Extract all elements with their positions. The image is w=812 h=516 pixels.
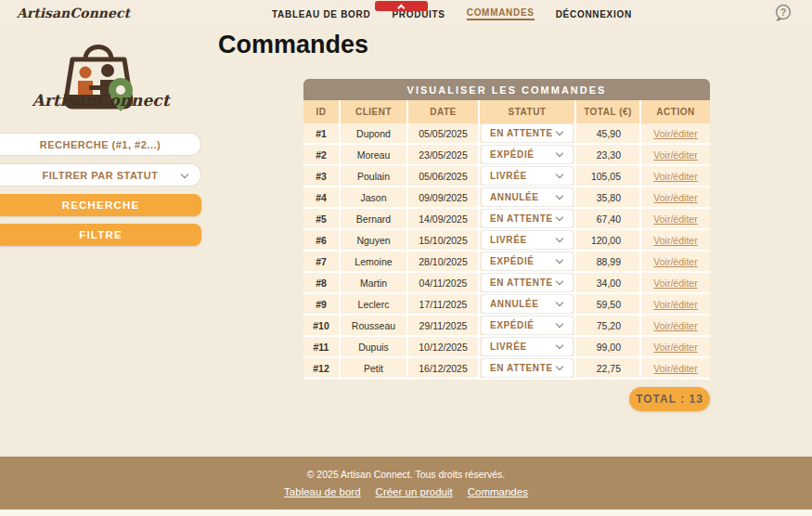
order-status-cell: EN ATTENTE	[478, 209, 574, 228]
order-date: 23/05/2025	[406, 145, 478, 164]
order-date: 14/09/2025	[406, 209, 478, 228]
order-date: 28/10/2025	[406, 252, 478, 271]
scroll-top-badge[interactable]	[375, 1, 428, 11]
order-date: 17/11/2025	[406, 294, 478, 314]
view-edit-link[interactable]: Voir/éditer	[653, 363, 697, 374]
chevron-down-icon	[556, 277, 563, 285]
order-status-cell: LIVRÉE	[478, 166, 574, 186]
order-client: Dupond	[339, 123, 406, 143]
footer-link-commandes[interactable]: Commandes	[468, 486, 528, 497]
status-select[interactable]: EXPÉDIÉ	[481, 316, 574, 335]
order-action-cell: Voir/éditer	[639, 123, 710, 143]
status-select[interactable]: EXPÉDIÉ	[481, 252, 574, 271]
order-status-cell: EN ATTENTE	[478, 358, 574, 378]
order-action-cell: Voir/éditer	[639, 316, 710, 335]
order-action-cell: Voir/éditer	[639, 252, 710, 271]
nav-tableau-de-bord[interactable]: TABLEAU DE BORD	[272, 9, 370, 19]
status-select[interactable]: EN ATTENTE	[481, 273, 574, 292]
status-value: EXPÉDIÉ	[482, 149, 535, 160]
top-navigation-bar: ArtisanConnect TABLEAU DE BORD PRODUITS …	[0, 0, 812, 28]
order-status-cell: EN ATTENTE	[478, 273, 574, 292]
order-client: Lemoine	[339, 252, 406, 271]
status-select[interactable]: LIVRÉE	[481, 166, 574, 186]
order-status-cell: ANNULÉE	[478, 187, 574, 207]
nav-commandes[interactable]: COMMANDES	[467, 7, 535, 20]
status-value: EXPÉDIÉ	[482, 256, 535, 266]
order-date: 15/10/2025	[406, 230, 478, 250]
page: ArtisanConnect TABLEAU DE BORD PRODUITS …	[0, 0, 812, 516]
view-edit-link[interactable]: Voir/éditer	[653, 256, 697, 267]
brand-logo-text[interactable]: ArtisanConnect	[17, 6, 130, 20]
status-select[interactable]: EN ATTENTE	[481, 358, 574, 378]
chevron-down-icon	[181, 171, 188, 178]
view-edit-link[interactable]: Voir/éditer	[653, 235, 697, 246]
order-total: 75,20	[574, 316, 639, 335]
total-count-button[interactable]: TOTAL : 13	[629, 387, 710, 411]
view-edit-link[interactable]: Voir/éditer	[653, 299, 697, 310]
view-edit-link[interactable]: Voir/éditer	[653, 128, 697, 139]
order-client: Jason	[339, 187, 406, 207]
order-total: 88,99	[574, 252, 639, 271]
order-action-cell: Voir/éditer	[639, 187, 710, 207]
view-edit-link[interactable]: Voir/éditer	[653, 171, 697, 182]
order-action-cell: Voir/éditer	[639, 230, 710, 250]
order-status-cell: EN ATTENTE	[478, 123, 574, 143]
order-id: #8	[303, 273, 339, 292]
view-edit-link[interactable]: Voir/éditer	[653, 342, 697, 353]
table-row: #7 Lemoine 28/10/2025 EXPÉDIÉ 88,99 Voir…	[303, 252, 710, 273]
page-title: Commandes	[218, 31, 368, 59]
filter-button[interactable]: FILTRE	[0, 224, 201, 246]
status-select[interactable]: EN ATTENTE	[481, 209, 574, 228]
order-total: 59,50	[574, 294, 639, 314]
order-client: Poulain	[339, 166, 406, 186]
svg-text:?: ?	[780, 7, 786, 18]
table-row: #6 Nguyen 15/10/2025 LIVRÉE 120,00 Voir/…	[303, 230, 710, 252]
search-input[interactable]	[0, 133, 201, 156]
table-row: #11 Dupuis 10/12/2025 LIVRÉE 99,00 Voir/…	[303, 337, 710, 358]
copyright-text: © 2025 Artisan Connect. Tous droits rése…	[0, 469, 812, 480]
order-date: 16/12/2025	[406, 358, 478, 378]
order-id: #3	[303, 166, 339, 186]
order-date: 29/11/2025	[406, 316, 478, 335]
col-statut: STATUT	[478, 100, 574, 123]
status-select[interactable]: ANNULÉE	[481, 187, 574, 207]
view-edit-link[interactable]: Voir/éditer	[653, 320, 697, 331]
status-select[interactable]: LIVRÉE	[481, 337, 574, 356]
order-status-cell: LIVRÉE	[478, 337, 574, 356]
order-id: #1	[303, 123, 339, 143]
orders-table: VISUALISER LES COMMANDES ID CLIENT DATE …	[303, 79, 710, 380]
status-value: LIVRÉE	[482, 171, 527, 181]
status-select[interactable]: ANNULÉE	[481, 294, 574, 314]
order-action-cell: Voir/éditer	[639, 166, 710, 186]
order-id: #2	[303, 145, 339, 164]
nav-menu: TABLEAU DE BORD PRODUITS COMMANDES DÉCON…	[272, 0, 632, 28]
table-row: #1 Dupond 05/05/2025 EN ATTENTE 45,90 Vo…	[303, 123, 710, 145]
order-total: 99,00	[574, 337, 639, 356]
order-status-cell: EXPÉDIÉ	[478, 145, 574, 164]
chevron-down-icon	[556, 256, 563, 264]
view-edit-link[interactable]: Voir/éditer	[653, 192, 697, 203]
status-select[interactable]: EN ATTENTE	[481, 123, 574, 143]
order-total: 105,05	[574, 166, 639, 186]
help-bubble-icon[interactable]: ?	[773, 3, 793, 23]
view-edit-link[interactable]: Voir/éditer	[653, 213, 697, 225]
order-total: 35,80	[574, 187, 639, 207]
table-caption: VISUALISER LES COMMANDES	[303, 79, 710, 100]
view-edit-link[interactable]: Voir/éditer	[653, 277, 697, 289]
table-header-row: ID CLIENT DATE STATUT TOTAL (€) ACTION	[303, 100, 710, 123]
footer-link-tableau-de-bord[interactable]: Tableau de bord	[284, 486, 360, 497]
footer-link-creer-un-produit[interactable]: Créer un produit	[376, 486, 453, 497]
order-client: Nguyen	[339, 230, 406, 250]
order-action-cell: Voir/éditer	[639, 273, 710, 292]
order-client: Rousseau	[339, 316, 406, 335]
nav-deconnexion[interactable]: DÉCONNEXION	[556, 9, 632, 19]
status-filter-select[interactable]: FILTRER PAR STATUT	[0, 163, 201, 187]
status-value: LIVRÉE	[482, 235, 527, 245]
search-button[interactable]: RECHERCHE	[0, 194, 201, 216]
status-select[interactable]: LIVRÉE	[481, 230, 574, 250]
order-client: Dupuis	[339, 337, 406, 356]
status-select[interactable]: EXPÉDIÉ	[481, 145, 574, 164]
status-value: EN ATTENTE	[482, 213, 553, 224]
chevron-down-icon	[556, 192, 563, 200]
view-edit-link[interactable]: Voir/éditer	[653, 149, 697, 161]
